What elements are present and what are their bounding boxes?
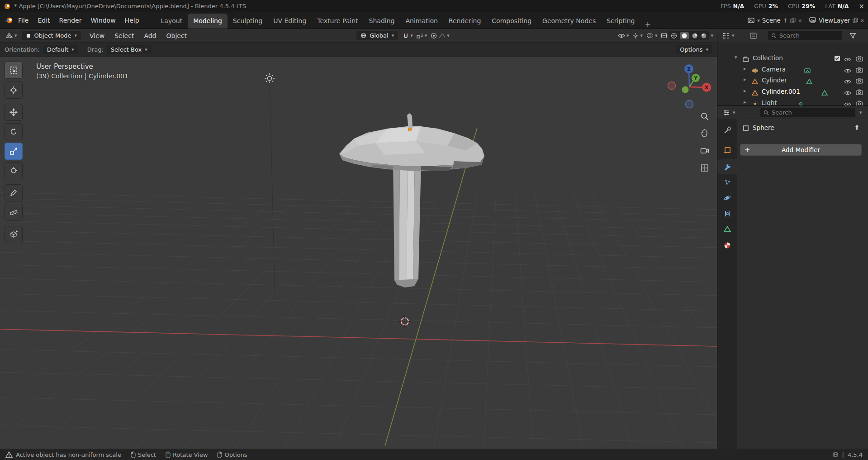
gizmo-x-neg-ball[interactable] <box>668 82 676 90</box>
tab-constraint-properties[interactable] <box>717 206 737 221</box>
disclosure-closed-icon[interactable]: ▸ <box>744 77 746 82</box>
snap-settings-button[interactable]: ▾ <box>415 32 429 40</box>
drag-dropdown[interactable]: Select Box ▾ <box>107 45 152 54</box>
menu-file[interactable]: File <box>14 17 33 24</box>
tool-rotate[interactable] <box>5 123 23 140</box>
ortho-toggle-button[interactable] <box>697 161 712 175</box>
disclosure-closed-icon[interactable]: ▸ <box>744 99 746 105</box>
light-name[interactable]: Light <box>762 99 777 105</box>
pin-icon[interactable] <box>854 124 860 132</box>
eye-icon[interactable] <box>844 89 851 97</box>
menu-help[interactable]: Help <box>120 17 144 24</box>
scene-selector[interactable]: ▾ Scene × <box>748 17 802 24</box>
pin-icon[interactable] <box>783 18 788 23</box>
render-visibility-camera-icon[interactable] <box>856 88 863 97</box>
render-visibility-camera-icon[interactable] <box>856 77 863 86</box>
camera-name[interactable]: Camera <box>762 66 786 73</box>
tab-particle-properties[interactable] <box>717 175 737 189</box>
disclosure-closed-icon[interactable]: ▸ <box>744 88 746 94</box>
proportional-editing-button[interactable]: ▾ <box>429 32 451 40</box>
disclosure-open-icon[interactable]: ▾ <box>735 54 737 60</box>
outliner-search-input[interactable]: Search <box>768 31 842 40</box>
outliner-editor-button[interactable] <box>723 32 730 41</box>
camera-view-button[interactable] <box>697 144 712 158</box>
close-icon[interactable]: × <box>860 18 864 24</box>
properties-editor-button[interactable] <box>723 109 730 118</box>
tab-modifier-properties[interactable] <box>717 159 737 174</box>
close-icon[interactable]: × <box>798 18 802 24</box>
chevron-down-icon[interactable]: ▾ <box>733 110 735 115</box>
tool-add-primitive[interactable] <box>5 226 23 243</box>
options-dropdown[interactable]: Options ▾ <box>676 45 712 54</box>
tab-geometry-nodes[interactable]: Geometry Nodes <box>537 14 601 29</box>
copy-icon[interactable] <box>853 18 858 23</box>
gizmo-z-neg-ball[interactable] <box>686 101 693 108</box>
chevron-down-icon[interactable]: ▾ <box>859 110 862 115</box>
shading-dropdown-icon[interactable]: ▾ <box>711 33 713 38</box>
tab-physics-properties[interactable] <box>717 191 737 205</box>
render-visibility-camera-icon[interactable] <box>856 100 863 105</box>
collection-name[interactable]: Collection <box>753 54 783 62</box>
tab-object-properties[interactable] <box>717 143 737 157</box>
gizmos-dropdown[interactable]: ▾ <box>631 32 645 40</box>
tab-uv-editing[interactable]: UV Editing <box>268 14 312 29</box>
collection-checkbox[interactable] <box>834 55 840 63</box>
tab-compositing[interactable]: Compositing <box>486 14 537 29</box>
menu-window[interactable]: Window <box>86 17 120 24</box>
menu-edit[interactable]: Edit <box>33 17 54 24</box>
outliner-display-mode-button[interactable] <box>750 32 757 41</box>
overlays-dropdown[interactable]: ▾ <box>645 32 659 39</box>
mode-dropdown[interactable]: Object Mode ▾ <box>22 31 81 40</box>
shading-rendered-icon[interactable] <box>701 33 707 39</box>
shading-wireframe-icon[interactable] <box>671 33 677 39</box>
menu-add[interactable]: Add <box>139 32 161 39</box>
eye-icon[interactable] <box>844 77 851 86</box>
eye-icon[interactable] <box>844 55 851 64</box>
tab-animation[interactable]: Animation <box>400 14 443 29</box>
tab-material-properties[interactable] <box>717 238 737 253</box>
outliner-row-collection[interactable]: ▾ Collection <box>717 53 868 64</box>
editor-type-button[interactable]: ▾ <box>4 31 19 40</box>
filter-button[interactable] <box>849 32 856 41</box>
render-visibility-camera-icon[interactable] <box>856 55 863 63</box>
xray-toggle[interactable] <box>659 32 669 39</box>
cylinder-name[interactable]: Cylinder <box>762 77 787 84</box>
close-window-icon[interactable]: × <box>859 2 864 10</box>
outliner-row-cylinder[interactable]: ▸ Cylinder <box>717 75 868 86</box>
outliner-row-camera[interactable]: ▸ Camera <box>717 64 868 75</box>
tab-scripting[interactable]: Scripting <box>601 14 640 29</box>
add-modifier-button[interactable]: + Add Modifier <box>740 144 862 156</box>
outliner-row-cylinder-001[interactable]: ▸ Cylinder.001 <box>717 86 868 97</box>
orientation-dropdown[interactable]: Default ▾ <box>43 45 78 54</box>
chevron-down-icon[interactable]: ▾ <box>732 33 735 38</box>
snap-toggle-button[interactable]: ▾ <box>401 32 415 40</box>
tool-scale[interactable] <box>5 143 23 160</box>
properties-search-input[interactable]: Search <box>760 108 855 117</box>
visibility-dropdown[interactable]: ▾ <box>616 32 631 39</box>
shading-solid-active[interactable] <box>680 32 689 39</box>
copy-icon[interactable] <box>790 18 796 23</box>
tab-rendering[interactable]: Rendering <box>443 14 487 29</box>
menu-render[interactable]: Render <box>55 17 86 24</box>
eye-icon[interactable] <box>844 100 851 105</box>
transform-orientation-dropdown[interactable]: Global ▾ <box>356 31 398 40</box>
blender-logo-icon[interactable] <box>4 17 14 24</box>
tab-data-properties[interactable] <box>717 222 737 236</box>
tab-sculpting[interactable]: Sculpting <box>228 14 268 29</box>
render-visibility-camera-icon[interactable] <box>856 66 863 75</box>
eye-icon[interactable] <box>844 67 851 75</box>
tool-move[interactable] <box>5 104 23 121</box>
cylinder-001-name[interactable]: Cylinder.001 <box>762 88 800 95</box>
tab-modeling[interactable]: Modeling <box>188 14 228 29</box>
outliner-row-light[interactable]: ▸ Light <box>717 97 868 105</box>
menu-view[interactable]: View <box>85 32 109 39</box>
tool-annotate[interactable] <box>5 184 23 201</box>
pan-button[interactable] <box>697 126 712 140</box>
tab-shading[interactable]: Shading <box>364 14 400 29</box>
viewlayer-selector[interactable]: ViewLayer × <box>809 17 864 24</box>
disclosure-closed-icon[interactable]: ▸ <box>744 66 746 72</box>
zoom-button[interactable] <box>697 109 712 124</box>
tab-layout[interactable]: Layout <box>156 14 188 29</box>
menu-select[interactable]: Select <box>109 32 139 39</box>
add-workspace-button[interactable]: + <box>640 20 655 29</box>
